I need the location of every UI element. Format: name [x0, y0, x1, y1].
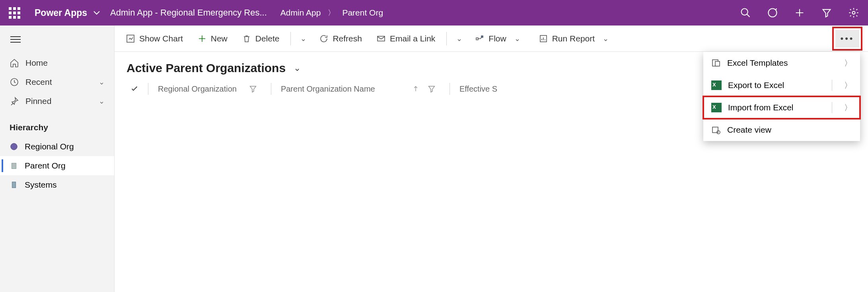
report-icon: [539, 34, 548, 43]
create-view-item[interactable]: Create view: [703, 119, 860, 141]
col-separator: [450, 83, 450, 95]
nav-label: Pinned: [25, 96, 51, 106]
filter-icon[interactable]: [427, 84, 436, 93]
divider: [290, 32, 291, 45]
sidebar-item-parent-org[interactable]: Parent Org: [0, 156, 114, 175]
plus-icon[interactable]: [794, 7, 805, 18]
building-icon: [10, 161, 18, 170]
nav-recent[interactable]: Recent ⌄: [0, 73, 114, 92]
chevron-down-icon[interactable]: ⌄: [294, 63, 301, 73]
gear-icon[interactable]: [848, 7, 859, 18]
email-link-button[interactable]: Email a Link: [371, 31, 441, 46]
cmd-label: Show Chart: [139, 34, 183, 43]
svg-rect-5: [12, 163, 16, 169]
sort-icon[interactable]: [412, 84, 419, 93]
run-report-button[interactable]: Run Report ⌄: [533, 31, 618, 46]
svg-rect-8: [378, 36, 385, 41]
excel-template-icon: [711, 58, 721, 68]
chevron-down-icon: ⌄: [510, 34, 524, 43]
view-title[interactable]: Active Parent Organizations: [127, 61, 286, 75]
chart-icon: [126, 34, 135, 43]
nav-pinned[interactable]: Pinned ⌄: [0, 92, 114, 111]
refresh-button[interactable]: Refresh: [313, 31, 368, 46]
nav-label: Recent: [25, 77, 52, 87]
sidebar-item-systems[interactable]: Systems: [0, 175, 114, 194]
separator: [832, 102, 832, 113]
excel-icon: [711, 103, 722, 112]
flow-button[interactable]: Flow ⌄: [469, 31, 529, 46]
delete-dropdown[interactable]: ⌄: [296, 34, 310, 43]
menu-label: Create view: [727, 125, 771, 135]
chevron-right-icon[interactable]: 〉: [844, 80, 852, 91]
svg-rect-9: [476, 38, 478, 40]
building2-icon: [10, 180, 18, 189]
chevron-right-icon[interactable]: 〉: [844, 102, 852, 113]
export-to-excel-item[interactable]: Export to Excel 〉: [703, 74, 860, 96]
filter-icon[interactable]: [821, 7, 832, 18]
column-regional-org[interactable]: Regional Organization: [154, 84, 241, 94]
show-chart-button[interactable]: Show Chart: [120, 31, 189, 46]
globe-icon: [10, 142, 18, 151]
import-from-excel-item[interactable]: Import from Excel 〉: [703, 96, 860, 119]
menu-label: Export to Excel: [728, 80, 784, 90]
excel-icon: [711, 80, 722, 90]
pin-icon: [10, 96, 19, 106]
cmd-label: New: [211, 34, 228, 43]
top-header: Power Apps Admin App - Regional Emergenc…: [0, 0, 868, 25]
excel-templates-item[interactable]: Excel Templates 〉: [703, 52, 860, 74]
overflow-menu: Excel Templates 〉 Export to Excel 〉 Impo…: [703, 52, 860, 141]
environment-name[interactable]: Admin App - Regional Emergency Res...: [110, 8, 267, 18]
svg-point-0: [741, 9, 748, 15]
overflow-highlight: •••: [832, 27, 862, 51]
divider: [446, 32, 447, 45]
search-icon[interactable]: [740, 7, 751, 18]
cmd-label: Flow: [488, 34, 506, 43]
section-title: Hierarchy: [0, 111, 114, 137]
separator: [832, 80, 832, 91]
app-launcher-icon[interactable]: [9, 7, 20, 19]
mail-icon: [376, 34, 386, 43]
filter-icon[interactable]: [249, 84, 257, 93]
svg-rect-6: [12, 182, 16, 188]
chevron-down-icon: ⌄: [599, 34, 613, 43]
more-commands-button[interactable]: •••: [835, 30, 859, 47]
select-all-checkbox[interactable]: [127, 84, 142, 93]
sidebar-item-label: Systems: [25, 180, 57, 190]
breadcrumb-item-1[interactable]: Admin App: [280, 8, 321, 18]
chevron-down-icon[interactable]: [91, 7, 102, 18]
cmd-label: Email a Link: [390, 34, 435, 43]
nav-home[interactable]: Home: [0, 53, 114, 73]
delete-button[interactable]: Delete: [236, 31, 285, 46]
col-separator: [148, 83, 148, 95]
svg-point-15: [717, 131, 720, 134]
svg-rect-10: [481, 36, 483, 37]
sidebar-item-regional-org[interactable]: Regional Org: [0, 137, 114, 156]
cmd-label: Refresh: [333, 34, 362, 43]
task-icon[interactable]: [767, 7, 778, 18]
breadcrumb-item-2[interactable]: Parent Org: [342, 8, 383, 18]
cmd-label: Run Report: [552, 34, 595, 43]
create-view-icon: [711, 125, 721, 135]
app-name[interactable]: Power Apps: [35, 8, 87, 18]
sidebar: Home Recent ⌄ Pinned ⌄ Hierarchy Regiona…: [0, 25, 115, 292]
chevron-right-icon: 〉: [844, 58, 852, 69]
chevron-down-icon: ⌄: [99, 78, 105, 86]
hamburger-icon[interactable]: [0, 25, 114, 53]
svg-point-4: [11, 143, 18, 150]
svg-rect-13: [715, 61, 720, 66]
chevron-right-icon: 〉: [328, 8, 335, 18]
email-dropdown[interactable]: ⌄: [452, 34, 466, 43]
flow-icon: [475, 34, 485, 43]
refresh-icon: [319, 34, 329, 43]
cmd-label: Delete: [255, 34, 280, 43]
column-effective[interactable]: Effective S: [455, 84, 501, 94]
ellipsis-icon: •••: [840, 33, 854, 44]
main-area: Show Chart New Delete ⌄ Refresh Email a …: [115, 25, 868, 292]
nav-label: Home: [25, 58, 48, 68]
breadcrumb: Admin App 〉 Parent Org: [280, 8, 383, 18]
new-button[interactable]: New: [192, 31, 233, 46]
svg-point-2: [852, 12, 855, 14]
column-parent-org-name[interactable]: Parent Organization Name: [277, 84, 412, 94]
home-icon: [10, 58, 19, 68]
topbar-actions: [740, 7, 859, 18]
